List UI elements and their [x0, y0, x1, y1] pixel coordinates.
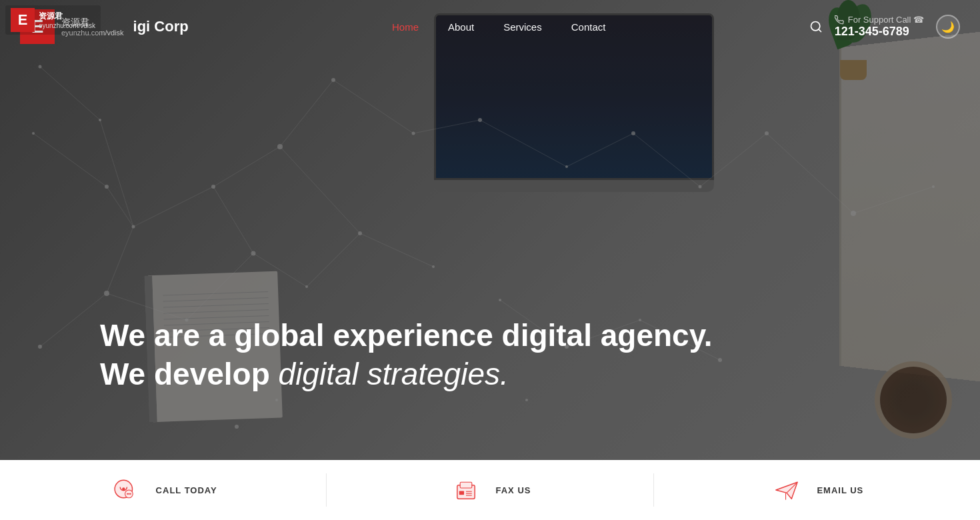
watermark: E 资源君 eyunzhu.com/vdisk — [5, 5, 101, 35]
nav-item-services[interactable]: Services — [489, 0, 557, 53]
nav-item-about[interactable]: About — [433, 0, 489, 53]
email-us-icon — [772, 475, 801, 505]
email-us-text: EMAIL US — [817, 485, 863, 495]
fax-icon-wrap — [449, 473, 483, 507]
hero-title-line1: We are a global experience digital agenc… — [100, 318, 713, 353]
nav-item-contact[interactable]: Contact — [557, 0, 621, 53]
svg-point-64 — [129, 493, 131, 495]
call-today-label: CALL TODAY — [156, 485, 217, 495]
svg-point-63 — [128, 493, 129, 495]
bottom-strip: CALL TODAY FAX US — [0, 460, 980, 520]
svg-point-60 — [122, 487, 125, 490]
fax-us-label: FAX US — [496, 485, 531, 495]
call-today-icon — [111, 475, 141, 505]
svg-rect-67 — [459, 491, 463, 495]
email-us-label: EMAIL US — [817, 485, 863, 495]
watermark-text-block: 资源君 eyunzhu.com/vdisk — [39, 11, 95, 29]
hero-content: We are a global experience digital agenc… — [100, 317, 713, 393]
watermark-logo-letter: E — [11, 8, 35, 32]
hero-title-line2-normal: We develop — [100, 357, 279, 391]
site-header: E 资源君 eyunzhu.com/vdisk igi Corp Home Ab… — [0, 0, 980, 53]
bottom-item-email: EMAIL US — [653, 473, 980, 507]
bottom-item-fax: FAX US — [326, 473, 653, 507]
hero-title: We are a global experience digital agenc… — [100, 317, 713, 393]
bottom-item-call: CALL TODAY — [0, 473, 326, 507]
support-label-text: For Support Call ☎ — [848, 15, 924, 25]
support-info: For Support Call ☎ 121-345-6789 — [835, 15, 924, 39]
watermark-cn-name: 资源君 — [39, 11, 95, 22]
call-today-text: CALL TODAY — [156, 485, 217, 495]
header-right: For Support Call ☎ 121-345-6789 🌙 — [809, 15, 960, 39]
main-nav: Home About Services Contact — [377, 0, 620, 53]
dark-mode-button[interactable]: 🌙 — [936, 15, 960, 39]
fax-us-text: FAX US — [496, 485, 531, 495]
logo-company-name: igi Corp — [133, 18, 189, 35]
svg-point-62 — [127, 493, 128, 495]
hero-title-line2-italic: digital strategies. — [279, 357, 509, 391]
email-icon-wrap — [770, 473, 803, 507]
moon-icon: 🌙 — [941, 21, 955, 33]
svg-marker-71 — [776, 482, 797, 499]
support-label: For Support Call ☎ — [835, 15, 924, 25]
watermark-url: eyunzhu.com/vdisk — [39, 22, 95, 29]
hero-section: E 资源君 eyunzhu.com/vdisk igi Corp Home Ab… — [0, 0, 980, 460]
fax-us-icon — [451, 475, 481, 505]
call-icon-wrap — [109, 473, 143, 507]
phone-icon — [835, 15, 844, 25]
nav-item-home[interactable]: Home — [377, 0, 433, 53]
search-button[interactable] — [809, 20, 823, 33]
svg-line-58 — [819, 29, 821, 32]
svg-rect-66 — [460, 482, 472, 488]
support-number: 121-345-6789 — [835, 25, 909, 39]
